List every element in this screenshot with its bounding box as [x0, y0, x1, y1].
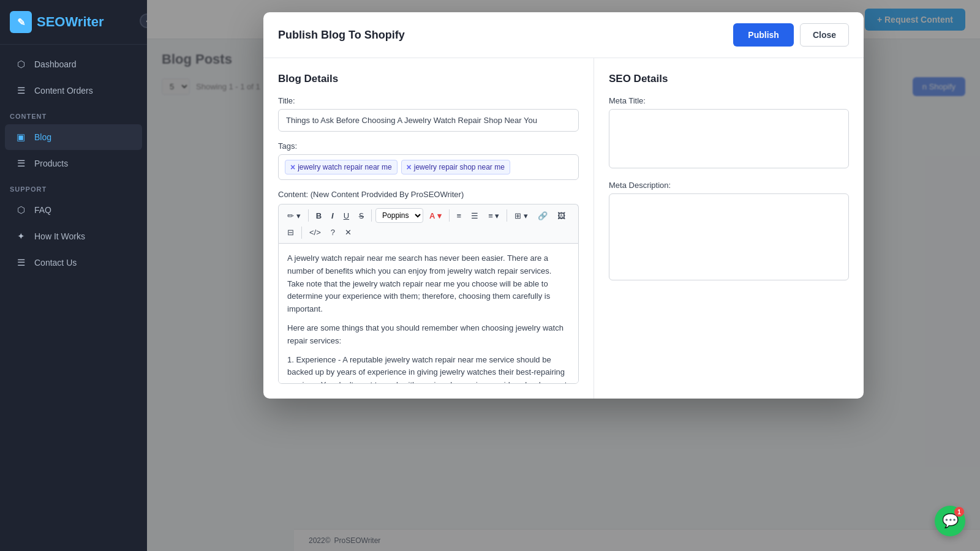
- toolbar-italic-button[interactable]: I: [328, 209, 337, 223]
- tag-text: jewelry watch repair near me: [298, 163, 391, 171]
- tag-text: jewelry repair shop near me: [414, 163, 505, 171]
- toolbar-strikethrough-button[interactable]: S̶: [355, 209, 368, 223]
- how-it-works-icon: ✦: [15, 230, 27, 242]
- blog-panel: Blog Details Title: Tags: × jewelry watc…: [263, 58, 594, 399]
- publish-button[interactable]: Publish: [733, 23, 794, 47]
- chat-bubble[interactable]: 💬 1: [935, 506, 965, 536]
- content-paragraph-1: A jewelry watch repair near me search ha…: [287, 252, 570, 316]
- tags-label: Tags:: [278, 141, 579, 151]
- toolbar-ul-button[interactable]: ≡: [453, 209, 466, 223]
- modal: Publish Blog To Shopify Publish Close Bl…: [263, 12, 864, 399]
- tag-item: × jewelry watch repair near me: [285, 160, 398, 174]
- tag-remove-icon[interactable]: ×: [407, 162, 412, 172]
- app-name: SEOWriter: [37, 14, 104, 30]
- products-icon: ☰: [15, 157, 27, 170]
- sidebar-item-how-it-works[interactable]: ✦ How It Works: [5, 223, 142, 249]
- toolbar-eraser-button[interactable]: ✕: [341, 225, 355, 239]
- toolbar-table-button[interactable]: ⊞ ▾: [511, 209, 532, 223]
- sidebar-item-label: Dashboard: [34, 59, 77, 69]
- sidebar-item-content-orders[interactable]: ☰ Content Orders: [5, 78, 142, 103]
- chat-badge: 1: [954, 507, 964, 517]
- modal-header-actions: Publish Close: [733, 23, 849, 47]
- toolbar-divider: [308, 209, 309, 222]
- modal-body: Blog Details Title: Tags: × jewelry watc…: [263, 58, 864, 399]
- modal-title: Publish Blog To Shopify: [278, 29, 405, 42]
- rte-toolbar: ✏ ▾ B I U S̶ Poppins A ▾ ≡ ☰: [278, 204, 579, 243]
- seo-panel: SEO Details Meta Title: Meta Description…: [594, 58, 864, 399]
- sidebar-item-label: Blog: [34, 132, 51, 142]
- font-select[interactable]: Poppins: [375, 208, 423, 223]
- content-paragraph-3: 1. Experience - A reputable jewelry watc…: [287, 354, 570, 384]
- title-label: Title:: [278, 96, 579, 105]
- content-paragraph-2: Here are some things that you should rem…: [287, 322, 570, 348]
- sidebar-item-label: Contact Us: [34, 258, 77, 268]
- blog-icon: ▣: [15, 131, 27, 143]
- toolbar-divider: [371, 209, 372, 222]
- toolbar-code-button[interactable]: </>: [306, 225, 325, 239]
- main-area: + Request Content Blog Posts 5 Showing 1…: [147, 0, 980, 551]
- toolbar-align-button[interactable]: ≡ ▾: [484, 209, 503, 223]
- sidebar-item-label: Products: [34, 159, 68, 168]
- content-orders-icon: ☰: [15, 84, 27, 97]
- toolbar-image-button[interactable]: 🖼: [554, 209, 569, 223]
- faq-icon: ⬡: [15, 204, 27, 216]
- toolbar-underline-button[interactable]: U: [340, 209, 353, 223]
- sidebar-item-label: Content Orders: [34, 86, 93, 96]
- meta-title-textarea[interactable]: [609, 109, 849, 168]
- sidebar-item-label: FAQ: [34, 205, 51, 215]
- modal-header: Publish Blog To Shopify Publish Close: [263, 12, 864, 58]
- blog-panel-title: Blog Details: [278, 73, 579, 85]
- rte-content[interactable]: A jewelry watch repair near me search ha…: [278, 243, 579, 384]
- contact-us-icon: ☰: [15, 257, 27, 269]
- meta-title-label: Meta Title:: [609, 96, 849, 105]
- toolbar-embed-button[interactable]: ⊟: [284, 225, 298, 239]
- section-label-content: CONTENT: [0, 104, 147, 124]
- meta-description-label: Meta Description:: [609, 181, 849, 190]
- toolbar-help-button[interactable]: ?: [327, 225, 339, 239]
- sidebar-item-faq[interactable]: ⬡ FAQ: [5, 197, 142, 223]
- close-button[interactable]: Close: [800, 23, 849, 47]
- logo-icon: ✎: [10, 11, 32, 33]
- toolbar-pen-button[interactable]: ✏ ▾: [284, 209, 304, 223]
- sidebar-item-blog[interactable]: ▣ Blog: [5, 124, 142, 150]
- sidebar-item-products[interactable]: ☰ Products: [5, 151, 142, 176]
- logo: ✎ SEOWriter: [0, 0, 147, 45]
- title-input[interactable]: [278, 109, 579, 132]
- toolbar-divider: [449, 209, 450, 222]
- sidebar-item-label: How It Works: [34, 231, 85, 241]
- modal-overlay: Publish Blog To Shopify Publish Close Bl…: [147, 0, 980, 551]
- toolbar-divider: [507, 209, 507, 222]
- toolbar-ol-button[interactable]: ☰: [467, 209, 482, 223]
- tags-field: × jewelry watch repair near me × jewelry…: [278, 154, 579, 180]
- seo-panel-title: SEO Details: [609, 73, 849, 85]
- sidebar-item-contact-us[interactable]: ☰ Contact Us: [5, 250, 142, 276]
- meta-description-textarea[interactable]: [609, 193, 849, 280]
- sidebar: ✎ SEOWriter ‹ ⬡ Dashboard ☰ Content Orde…: [0, 0, 147, 551]
- dashboard-icon: ⬡: [15, 58, 27, 70]
- toolbar-link-button[interactable]: 🔗: [534, 209, 551, 223]
- tag-item: × jewelry repair shop near me: [401, 160, 510, 174]
- sidebar-item-dashboard[interactable]: ⬡ Dashboard: [5, 51, 142, 77]
- content-label: Content: (New Content Prodvided By ProSE…: [278, 190, 579, 199]
- sidebar-nav: ⬡ Dashboard ☰ Content Orders CONTENT ▣ B…: [0, 45, 147, 551]
- toolbar-font-color-button[interactable]: A ▾: [426, 209, 445, 223]
- toolbar-bold-button[interactable]: B: [312, 209, 325, 223]
- section-label-support: SUPPORT: [0, 177, 147, 197]
- toolbar-divider: [301, 227, 302, 239]
- tag-remove-icon[interactable]: ×: [290, 162, 295, 172]
